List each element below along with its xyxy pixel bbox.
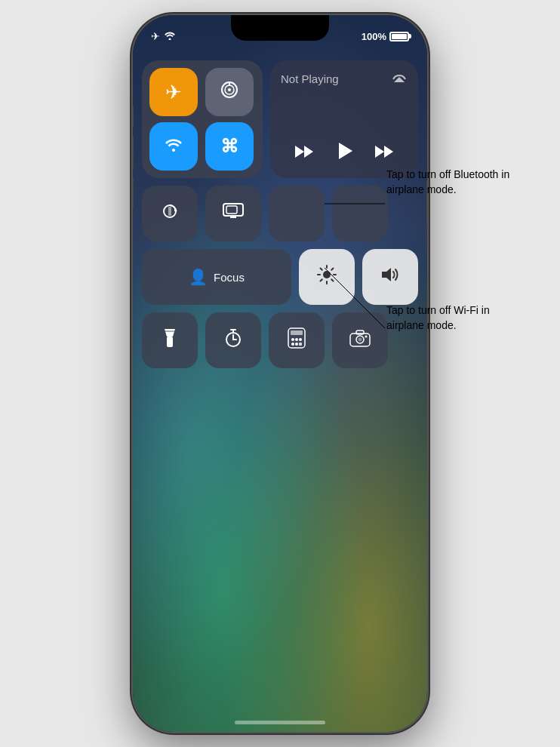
rewind-button[interactable] [295,144,313,164]
media-top: Not Playing [281,69,408,87]
battery-fill [392,34,407,39]
volume-down-button[interactable] [133,177,134,210]
connectivity-block: ✈ [142,60,263,178]
cc-bottom-row [142,312,418,368]
svg-marker-4 [394,77,405,82]
rotation-lock-icon [159,201,180,227]
svg-point-39 [295,343,298,346]
airplane-mode-icon: ✈ [151,30,160,42]
svg-rect-34 [291,330,303,335]
extra-button-3[interactable] [269,186,325,241]
svg-point-38 [291,343,294,346]
calculator-icon [288,327,306,353]
cellular-button[interactable] [205,68,254,116]
svg-marker-26 [165,329,175,337]
flashlight-button[interactable] [142,312,198,368]
bluetooth-annotation: Tap to turn off Bluetooth in airplane mo… [386,168,522,197]
airplane-mode-button[interactable]: ✈ [149,68,198,116]
svg-point-35 [291,338,294,341]
svg-point-37 [299,338,302,341]
wifi-icon [164,135,183,158]
svg-point-15 [323,271,331,278]
svg-point-43 [358,338,362,342]
camera-button[interactable] [332,312,388,368]
camera-icon [349,329,371,352]
battery-icon [389,32,409,42]
calculator-button[interactable] [269,312,325,368]
status-left-icons: ✈ [151,30,176,42]
cc-focus-row: 👤 Focus [142,249,418,305]
svg-point-45 [365,336,368,338]
svg-marker-7 [339,143,352,159]
cc-top-row: ✈ [142,60,418,178]
wifi-annotation: Tap to turn off Wi-Fi in airplane mode. [386,303,515,333]
brightness-button[interactable] [299,249,355,305]
focus-label: Focus [214,271,245,284]
svg-line-20 [321,269,322,270]
screen-mirror-button[interactable] [205,186,261,241]
svg-rect-44 [356,330,364,334]
svg-marker-9 [384,146,393,158]
media-controls [281,141,408,169]
phone-frame: ✈ 100% ✈ [133,15,427,732]
svg-marker-5 [295,146,304,158]
volume-icon [380,266,400,287]
svg-line-21 [331,279,333,281]
airplay-icon[interactable] [391,69,408,87]
svg-point-2 [228,88,231,91]
svg-line-22 [321,279,322,281]
control-center: ✈ [142,60,418,368]
svg-point-36 [295,338,298,341]
svg-rect-40 [299,343,302,346]
screen-mirror-icon [223,202,244,226]
status-right-icons: 100% [362,31,409,42]
airplane-icon: ✈ [165,81,182,104]
notch [231,15,329,41]
svg-rect-14 [226,206,237,214]
flashlight-icon [162,327,178,353]
svg-line-23 [331,269,333,270]
volume-button[interactable] [362,249,418,305]
bluetooth-icon: ⌘ [220,136,238,157]
not-playing-label: Not Playing [281,72,339,85]
timer-icon [223,328,243,352]
play-button[interactable] [334,141,354,166]
svg-marker-24 [382,268,391,281]
battery-percentage: 100% [362,31,386,42]
svg-rect-25 [167,337,173,347]
wifi-status-icon [164,31,176,42]
extra-button-4[interactable] [332,186,388,241]
focus-button[interactable]: 👤 Focus [142,249,291,305]
svg-marker-8 [375,146,384,158]
svg-rect-12 [168,207,171,216]
cellular-icon [219,79,240,106]
focus-icon: 👤 [189,268,208,286]
cc-mid-row [142,186,418,241]
home-indicator[interactable] [235,721,325,724]
brightness-icon [317,265,337,289]
bluetooth-button[interactable]: ⌘ [205,122,254,171]
media-block: Not Playing [270,60,418,178]
svg-marker-6 [304,146,313,158]
wifi-button[interactable] [149,122,198,171]
screen-rotation-button[interactable] [142,186,198,241]
timer-button[interactable] [205,312,261,368]
volume-up-button[interactable] [133,136,134,169]
mute-button[interactable] [133,106,134,127]
fast-forward-button[interactable] [375,144,393,164]
